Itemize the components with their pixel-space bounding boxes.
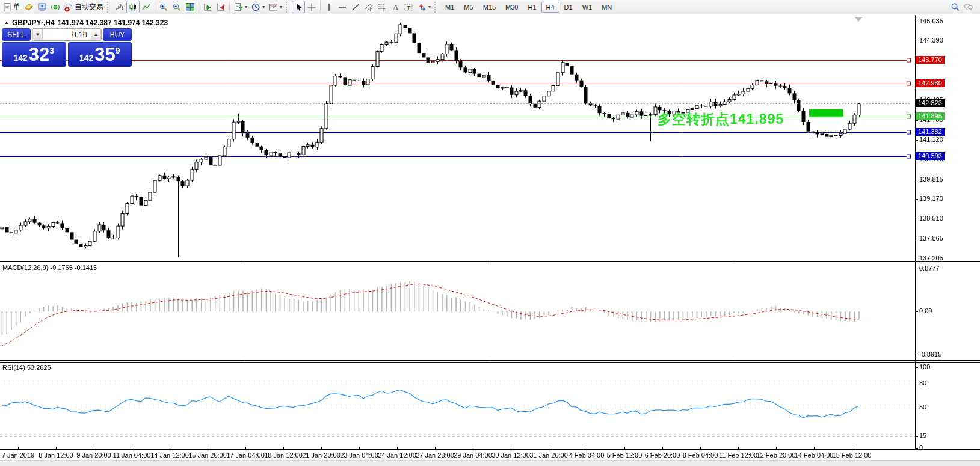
one-click-trading-panel: SELL ▼ ▲ BUY 142323 142359 [2,28,132,67]
mt4-window: 单自动交易▾▾▾EFAT▾M1M5M15M30H1H4D1W1MN ▲ GBPJ… [0,0,980,466]
auto-trading-button[interactable]: 自动交易 [62,1,105,13]
time-axis[interactable]: 7 Jan 20198 Jan 12:009 Jan 20:0011 Jan 0… [0,450,915,461]
fibonacci-icon: F [377,2,387,12]
chat-icon [964,2,973,12]
zoom-out-button[interactable] [170,1,183,13]
chart-shift-button[interactable] [214,1,227,13]
trendline-button[interactable] [349,1,362,13]
new-chart-icon [233,2,243,12]
clock-icon [251,2,260,12]
templates-button[interactable]: ▾ [267,1,284,13]
time-tick-label: 8 Feb 04:00 [683,452,718,459]
price-axis[interactable]: 145.035144.390142.425141.780141.120140.4… [916,15,980,466]
buy-price-small: 142 [79,53,93,63]
time-tick-label: 31 Jan 20:00 [529,452,568,459]
search-button[interactable] [949,1,962,13]
fibonacci-button[interactable]: F [375,1,389,13]
toolbar-grip [286,2,290,13]
search-icon [951,2,960,12]
sell-price-button[interactable]: 142323 [2,42,66,67]
crosshair-button[interactable] [305,1,318,13]
dropdown-caret-icon: ▾ [280,4,282,10]
periods-button[interactable]: ▾ [249,1,267,13]
time-tick-label: 12 Feb 20:00 [757,452,796,459]
macd-axis-label: 0.8777 [919,265,940,272]
signals-button[interactable] [49,1,62,13]
text-icon: A [390,2,400,12]
tile-windows-button[interactable] [183,1,197,13]
timeframe-mn-button[interactable]: MN [597,2,617,13]
line-chart-button[interactable] [140,1,153,13]
timeframe-m5-button[interactable]: M5 [459,2,478,13]
chart-shift-icon [216,2,226,12]
volume-decrease-button[interactable]: ▼ [32,29,43,40]
timeframe-m1-button[interactable]: M1 [440,2,459,13]
level-price-label: 142.980 [916,79,945,87]
time-tick-label: 18 Jan 12:00 [264,452,303,459]
chart-canvas[interactable] [0,15,980,466]
svg-text:T: T [407,4,411,10]
buy-button[interactable]: BUY [103,28,132,41]
zoom-out-icon [172,2,182,12]
buy-price-button[interactable]: 142359 [68,42,132,67]
price-tick-label: 144.390 [919,37,943,44]
horizontal-line-button[interactable] [336,1,349,13]
time-tick-label: 15 Jan 20:00 [188,452,227,459]
rsi-axis-label: 100 [919,363,930,370]
signal-icon [51,2,60,12]
timeframe-m15-button[interactable]: M15 [478,2,501,13]
chart-title-row: ▲ GBPJPY-,H4 141.974 142.387 141.974 142… [4,19,168,27]
pivot-annotation-text[interactable]: 多空转折点141.895 [658,110,784,129]
time-tick-label: 23 Jan 04:00 [340,452,378,459]
arrows-button[interactable]: ▾ [415,1,433,13]
auto-scroll-button[interactable] [201,1,214,13]
profile-button[interactable] [35,1,49,13]
vertical-line-button[interactable] [322,1,336,13]
new-chart-button[interactable]: ▾ [232,1,249,13]
new-order-button-label: 单 [13,2,20,12]
timeframe-h4-button[interactable]: H4 [541,2,559,13]
chat-button[interactable] [962,1,975,13]
time-tick-label: 15 Feb 12:00 [833,452,872,459]
new-order-button[interactable]: 单 [1,1,22,13]
timeframe-d1-button[interactable]: D1 [559,2,578,13]
timeframe-m30-button[interactable]: M30 [501,2,523,13]
candlestick-chart-button[interactable] [126,1,140,13]
svg-text:F: F [383,7,386,11]
rsi-label: RSI(14) 53.2625 [2,364,51,371]
buy-price-big: 35 [94,44,115,65]
toolbar: 单自动交易▾▾▾EFAT▾M1M5M15M30H1H4D1W1MN [0,0,980,14]
timeframe-h1-button[interactable]: H1 [523,2,541,13]
chart-symbol-period: GBPJPY-,H4 [12,19,55,27]
volume-input[interactable] [43,29,91,40]
toolbar-grip [107,2,111,13]
vline-icon [324,2,334,12]
channel-icon: E [364,2,374,12]
text-button[interactable]: A [389,1,402,13]
volume-increase-button[interactable]: ▲ [91,29,101,40]
level-price-label: 143.770 [916,56,945,64]
timeframe-w1-button[interactable]: W1 [578,2,597,13]
crosshair-icon [307,2,316,12]
one-click-collapse-icon[interactable]: ▲ [4,20,9,25]
zoom-in-button[interactable] [157,1,170,13]
dropdown-caret-icon: ▾ [262,4,265,10]
dropdown-caret-icon: ▾ [245,4,247,10]
price-tick-label: 145.035 [919,17,943,25]
sell-price-sup: 3 [49,46,54,55]
bar-chart-button[interactable] [113,1,126,13]
toolbar-separator [229,2,230,13]
line-icon [141,2,151,12]
price-tick-label: 139.815 [919,176,943,183]
cursor-button[interactable] [292,1,305,13]
toolbar-separator [199,2,199,13]
text-label-button[interactable]: T [402,1,415,13]
auto-trading-button-label: 自动交易 [75,2,103,12]
scroll-to-end-icon[interactable] [854,17,863,22]
chart-window-button[interactable] [22,1,35,13]
sell-button[interactable]: SELL [2,28,31,41]
cursor-icon [294,2,303,12]
rsi-axis-label: 15 [919,432,926,439]
equidistant-channel-button[interactable]: E [362,1,375,13]
one-click-price-row: 142323 142359 [2,42,132,67]
